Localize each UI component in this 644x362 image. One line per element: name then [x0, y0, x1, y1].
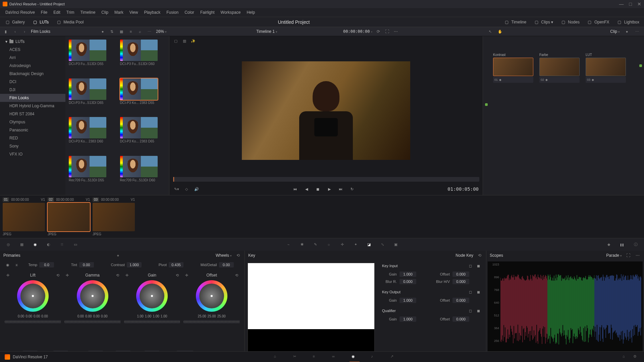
- lut-thumb-3[interactable]: DCI-P3 Ko... 2383 D55: [120, 78, 166, 115]
- param-tint[interactable]: Tint0.00: [71, 262, 94, 267]
- matte-icon[interactable]: ◻: [467, 289, 473, 295]
- scopes-icon[interactable]: ⫿⫿: [619, 241, 626, 248]
- menu-fairlight[interactable]: Fairlight: [198, 9, 217, 16]
- close-button[interactable]: ✕: [637, 1, 641, 7]
- luts-tree-olympus[interactable]: Olympus: [0, 118, 65, 126]
- clip-02[interactable]: 0200:00:00:00V1JPEG: [48, 197, 90, 236]
- wheel-picker-icon[interactable]: ✛: [64, 272, 70, 278]
- tb-timeline[interactable]: ▢Timeline: [502, 19, 528, 25]
- timeline-name[interactable]: Timeline 1: [256, 29, 277, 34]
- scopes-more-icon[interactable]: ⋯: [635, 252, 641, 258]
- lut-thumb-6[interactable]: Rec709 Fu...513DI D55: [69, 156, 115, 192]
- node-01[interactable]: Kontrast01◆: [493, 53, 533, 83]
- maximize-button[interactable]: □: [629, 1, 632, 7]
- window-icon[interactable]: ○: [325, 241, 332, 248]
- wheel-offset[interactable]: ✛Offset⟲25.0025.0025.00: [183, 272, 240, 346]
- scopes-expand-icon[interactable]: ⛶: [625, 252, 631, 258]
- lut-thumb-4[interactable]: DCI-P3 Ko... 2383 D60: [69, 117, 115, 153]
- graph-output-icon[interactable]: [639, 64, 642, 67]
- keyframes-icon[interactable]: ◆: [605, 241, 612, 248]
- page-cut-icon[interactable]: ✂: [293, 354, 299, 360]
- luts-tree-hdr-hybrid-log-gamma[interactable]: HDR Hybrid Log-Gamma: [0, 102, 65, 110]
- luts-tree-root[interactable]: ▾ LUTs: [0, 38, 65, 46]
- menu-timeline[interactable]: Timeline: [77, 9, 98, 16]
- param-middetail[interactable]: Mid/Detail0.00: [201, 262, 234, 267]
- magic-mask-icon[interactable]: ✦: [352, 241, 359, 248]
- matte-icon[interactable]: ◻: [467, 308, 473, 314]
- menu-color[interactable]: Color: [182, 9, 197, 16]
- luts-tree-arri[interactable]: Arri: [0, 54, 65, 62]
- wheel-reset-icon[interactable]: ⟲: [174, 272, 180, 278]
- primaries-mode[interactable]: Wheels: [216, 253, 232, 258]
- menu-playback[interactable]: Playback: [141, 9, 163, 16]
- lut-thumb-5[interactable]: DCI-P3 Ko... 2383 D65: [120, 117, 166, 153]
- zoom-value[interactable]: 26%: [156, 29, 167, 34]
- transport-timecode[interactable]: 01:00:05:00: [447, 186, 479, 192]
- key-gain[interactable]: Gain1.000: [382, 298, 428, 303]
- more-icon[interactable]: ⋯: [147, 28, 153, 35]
- next-clip-button[interactable]: ⏭: [337, 186, 344, 192]
- invert-icon[interactable]: ◼: [475, 289, 481, 295]
- tb-luts[interactable]: ▢LUTs: [31, 19, 50, 25]
- key-icon[interactable]: ◪: [365, 241, 373, 248]
- wheel-picker-icon[interactable]: ✛: [5, 272, 11, 278]
- curves-icon[interactable]: ~: [285, 241, 292, 248]
- auto-balance-icon[interactable]: ⚹: [13, 262, 19, 268]
- prev-clip-button[interactable]: ⏮: [292, 186, 299, 192]
- invert-icon[interactable]: ◼: [475, 263, 481, 269]
- clip-01[interactable]: 0100:00:00:00V1JPEG: [3, 197, 45, 236]
- motion-effects-icon[interactable]: ▭: [72, 241, 79, 248]
- clip-03[interactable]: 0300:00:00:00V1JPEG: [93, 197, 135, 236]
- wheel-gain[interactable]: ✛Gain⟲1.001.001.001.00: [124, 272, 180, 346]
- wheel-reset-icon[interactable]: ⟲: [115, 272, 121, 278]
- expand-icon[interactable]: ⛶: [384, 28, 390, 35]
- wheel-gamma[interactable]: ✛Gamma⟲0.000.000.000.00: [64, 272, 121, 346]
- key-blurr[interactable]: Blur R.0.000: [382, 279, 428, 284]
- 3d-icon[interactable]: ▣: [392, 241, 399, 248]
- node-mode[interactable]: Clip: [610, 29, 620, 34]
- page-color-icon[interactable]: ◉: [352, 354, 358, 360]
- param-contrast[interactable]: Contrast1.000: [111, 262, 142, 267]
- reset-primaries-icon[interactable]: ⟲: [235, 252, 241, 258]
- rgb-mixer-icon[interactable]: ⁝⁝: [58, 241, 66, 248]
- step-back-button[interactable]: ◀: [303, 186, 310, 192]
- color-match-icon[interactable]: ▦: [18, 241, 25, 248]
- page-media-icon[interactable]: ⌂: [274, 354, 280, 360]
- menu-file[interactable]: File: [38, 9, 50, 16]
- search-icon[interactable]: ⌕: [137, 28, 143, 35]
- param-temp[interactable]: Temp0.0: [28, 262, 54, 267]
- menu-workspace[interactable]: Workspace: [218, 9, 244, 16]
- sort-icon[interactable]: ⇅: [109, 28, 115, 35]
- page-fairlight-icon[interactable]: ♪: [371, 354, 377, 360]
- wheel-lift[interactable]: ✛Lift⟲0.000.000.000.00: [5, 272, 61, 346]
- mute-icon[interactable]: 🔊: [194, 186, 200, 192]
- highlight-icon[interactable]: ✨: [190, 38, 196, 44]
- key-gain[interactable]: Gain1.000: [382, 272, 428, 277]
- sizing-icon[interactable]: ⤡: [379, 241, 386, 248]
- hand-icon[interactable]: ✋: [497, 28, 503, 35]
- tb-media-pool[interactable]: ▢Media Pool: [55, 19, 85, 25]
- key-offset[interactable]: Offset0.000: [435, 298, 481, 303]
- key-blurhv[interactable]: Blur H/V0.000: [435, 279, 481, 284]
- page-fusion-icon[interactable]: ∞: [332, 354, 338, 360]
- settings-gear-icon[interactable]: ⚙: [633, 354, 639, 360]
- key-gain[interactable]: Gain1.000: [382, 316, 428, 322]
- tb-lightbox[interactable]: ▢Lightbox: [615, 19, 641, 25]
- luts-tree-blackmagic-design[interactable]: Blackmagic Design: [0, 70, 65, 78]
- viewer-more-icon[interactable]: ⋯: [393, 28, 399, 35]
- unmix-icon[interactable]: ◇: [183, 186, 190, 192]
- viewer[interactable]: [169, 46, 483, 176]
- luts-tree-vfx-io[interactable]: VFX IO: [0, 150, 65, 158]
- luts-tree-film-looks[interactable]: Film Looks: [0, 94, 65, 102]
- minimize-button[interactable]: —: [619, 1, 624, 7]
- node-dot-icon[interactable]: ●: [624, 28, 630, 35]
- luts-tree-astrodesign[interactable]: Astrodesign: [0, 62, 65, 70]
- node-graph-panel[interactable]: Kontrast01◆Farbe02◆LUT03◆: [483, 36, 644, 195]
- lut-thumb-2[interactable]: DCI-P3 Fu...513DI D65: [69, 78, 115, 115]
- graph-input-icon[interactable]: [485, 103, 488, 106]
- hdr-wheels-icon[interactable]: ◐: [45, 241, 52, 248]
- menu-help[interactable]: Help: [244, 9, 258, 16]
- primaries-dot-icon[interactable]: ●: [117, 253, 119, 258]
- invert-icon[interactable]: ◼: [475, 308, 481, 314]
- info-icon[interactable]: ⓘ: [632, 241, 639, 248]
